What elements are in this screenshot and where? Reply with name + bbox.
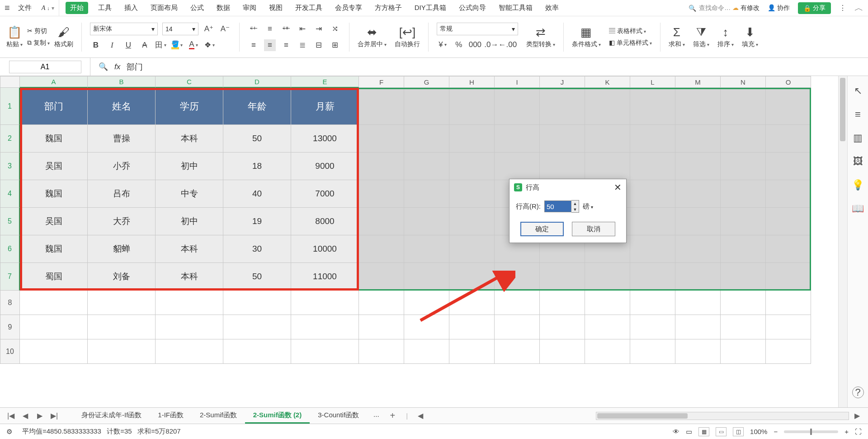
view-normal-button[interactable]: ▦: [698, 427, 709, 436]
cell-E2[interactable]: 13000: [291, 125, 359, 153]
col-head-O[interactable]: O: [766, 76, 811, 88]
cell-G7[interactable]: [404, 263, 449, 291]
reference-panel-icon[interactable]: 📖: [852, 203, 864, 215]
cell-H2[interactable]: [449, 125, 495, 153]
image-panel-icon[interactable]: 🖼: [853, 156, 863, 167]
cell-C6[interactable]: 本科: [156, 235, 223, 263]
vertical-scrollbar[interactable]: [838, 76, 847, 407]
cell-J3[interactable]: [540, 153, 585, 180]
increase-font-button[interactable]: A⁺: [203, 23, 215, 35]
cells-layer[interactable]: 部门姓名学历年龄月薪魏国曹操本科5013000吴国小乔初中189000魏国吕布中…: [20, 88, 811, 364]
row-head-8[interactable]: 8: [0, 291, 20, 315]
formula-text[interactable]: 部门: [127, 62, 143, 72]
cell-A8[interactable]: [20, 291, 88, 315]
distribute-button[interactable]: ⊟: [313, 39, 325, 51]
cell-B1[interactable]: 姓名: [88, 88, 156, 125]
cell-N4[interactable]: [721, 180, 766, 208]
ribbon-tab-13[interactable]: 智能工具箱: [496, 2, 535, 14]
ribbon-tab-4[interactable]: 公式: [188, 2, 207, 14]
conditional-format-button[interactable]: ▦ 条件格式: [572, 25, 601, 48]
cell-N6[interactable]: [721, 235, 766, 263]
property-panel-icon[interactable]: ▥: [853, 132, 863, 144]
cell-L5[interactable]: [630, 208, 675, 235]
cell-L6[interactable]: [630, 235, 675, 263]
menu-icon[interactable]: ≡: [5, 3, 10, 13]
col-head-D[interactable]: D: [223, 76, 291, 88]
ribbon-tab-9[interactable]: 会员专享: [332, 2, 365, 14]
cell-K1[interactable]: [585, 88, 630, 125]
col-head-C[interactable]: C: [156, 76, 223, 88]
cell-K7[interactable]: [585, 263, 630, 291]
col-head-E[interactable]: E: [291, 76, 359, 88]
cell-F5[interactable]: [359, 208, 404, 235]
bold-button[interactable]: B: [90, 39, 102, 51]
cell-A4[interactable]: 魏国: [20, 180, 88, 208]
copy-button[interactable]: ⧉ 复制: [27, 39, 50, 47]
ribbon-tab-12[interactable]: 公式向导: [456, 2, 489, 14]
cell-M3[interactable]: [675, 153, 721, 180]
quick-font-tool[interactable]: A↓ ▾: [37, 0, 59, 16]
cell-E9[interactable]: [291, 315, 359, 339]
cell-H8[interactable]: [449, 291, 495, 315]
name-box[interactable]: [0, 58, 90, 76]
orientation-button[interactable]: ⤭: [329, 23, 341, 35]
cell-C5[interactable]: 初中: [156, 208, 223, 235]
col-head-H[interactable]: H: [449, 76, 495, 88]
indent-inc-button[interactable]: ⇥: [313, 23, 325, 35]
cell-K9[interactable]: [585, 315, 630, 339]
cell-B2[interactable]: 曹操: [88, 125, 156, 153]
paste-button[interactable]: 📋 粘贴: [6, 25, 23, 48]
align-top-button[interactable]: ⬴: [248, 23, 259, 35]
cell-N8[interactable]: [721, 291, 766, 315]
cell-M6[interactable]: [675, 235, 721, 263]
cell-A6[interactable]: 魏国: [20, 235, 88, 263]
comma-button[interactable]: 000: [469, 39, 481, 51]
sheet-nav-first[interactable]: |◀: [5, 410, 17, 422]
cell-B6[interactable]: 貂蝉: [88, 235, 156, 263]
cell-G6[interactable]: [404, 235, 449, 263]
cell-K8[interactable]: [585, 291, 630, 315]
justify-button[interactable]: ≣: [297, 39, 308, 51]
zoom-out-button[interactable]: −: [774, 428, 778, 435]
cell-B10[interactable]: [88, 339, 156, 364]
cell-K10[interactable]: [585, 339, 630, 364]
cell-N2[interactable]: [721, 125, 766, 153]
cancel-edit-icon[interactable]: 🔍: [99, 62, 108, 72]
fill-color-button[interactable]: 🪣: [171, 39, 183, 51]
cell-H10[interactable]: [449, 339, 495, 364]
cell-M8[interactable]: [675, 291, 721, 315]
cell-F4[interactable]: [359, 180, 404, 208]
cell-E3[interactable]: 9000: [291, 153, 359, 180]
cell-N5[interactable]: [721, 208, 766, 235]
row-head-4[interactable]: 4: [0, 180, 20, 208]
cell-I9[interactable]: [495, 315, 540, 339]
cell-G3[interactable]: [404, 153, 449, 180]
cell-M2[interactable]: [675, 125, 721, 153]
cell-O3[interactable]: [766, 153, 811, 180]
cell-A7[interactable]: 蜀国: [20, 263, 88, 291]
cell-A9[interactable]: [20, 315, 88, 339]
type-convert-button[interactable]: ⇄ 类型转换: [526, 25, 555, 48]
italic-button[interactable]: I: [106, 39, 118, 51]
cell-F1[interactable]: [359, 88, 404, 125]
ribbon-tab-11[interactable]: DIY工具箱: [412, 2, 449, 14]
cell-O6[interactable]: [766, 235, 811, 263]
cell-G9[interactable]: [404, 315, 449, 339]
add-sheet-button[interactable]: +: [386, 410, 400, 421]
col-head-F[interactable]: F: [359, 76, 404, 88]
sheet-tab-3[interactable]: 2-Sumif函数 (2): [245, 408, 310, 424]
zoom-in-button[interactable]: +: [844, 428, 849, 435]
cell-C10[interactable]: [156, 339, 223, 364]
align-right-button[interactable]: ≡: [280, 39, 292, 51]
collab-button[interactable]: 👤 协作: [768, 4, 790, 12]
format-painter-button[interactable]: 🖌 格式刷: [54, 25, 73, 48]
cell-B7[interactable]: 刘备: [88, 263, 156, 291]
cell-D7[interactable]: 50: [223, 263, 291, 291]
cell-D4[interactable]: 40: [223, 180, 291, 208]
row-head-9[interactable]: 9: [0, 315, 20, 339]
fullscreen-button[interactable]: ⛶: [855, 428, 862, 435]
cell-C2[interactable]: 本科: [156, 125, 223, 153]
hscroll-right[interactable]: ▶: [851, 410, 863, 422]
cell-I1[interactable]: [495, 88, 540, 125]
cell-I10[interactable]: [495, 339, 540, 364]
